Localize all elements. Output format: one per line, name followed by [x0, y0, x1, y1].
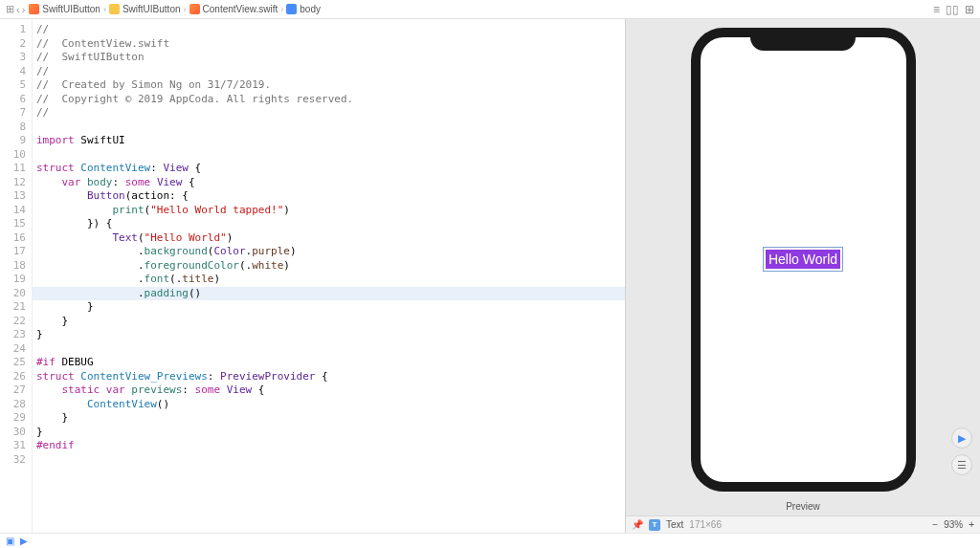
code-line[interactable]: struct ContentView_Previews: PreviewProv… [33, 370, 625, 384]
breadcrumb-label: SwiftUIButton [122, 4, 181, 14]
preview-label: Preview [626, 499, 980, 515]
element-type-label: Text [666, 519, 683, 530]
zoom-level[interactable]: 93% [944, 519, 963, 530]
code-line[interactable] [33, 453, 625, 468]
breadcrumb-label: SwiftUIButton [42, 4, 100, 14]
code-line[interactable]: #endif [33, 439, 625, 453]
code-line[interactable]: .padding() [33, 287, 625, 301]
code-editor[interactable]: 1234567891011121314151617181920212223242… [0, 19, 626, 533]
line-gutter: 1234567891011121314151617181920212223242… [0, 19, 33, 533]
breadcrumb-item[interactable]: SwiftUIButton [109, 4, 181, 14]
code-line[interactable]: // Created by Simon Ng on 31/7/2019. [33, 78, 625, 93]
code-line[interactable] [33, 342, 625, 357]
code-line[interactable]: // ContentView.swift [33, 37, 625, 52]
code-line[interactable]: } [33, 328, 625, 342]
folder-icon [109, 4, 120, 14]
code-line[interactable]: #if DEBUG [33, 356, 625, 370]
code-line[interactable]: // [33, 106, 625, 121]
pin-icon[interactable]: 📌 [632, 519, 643, 531]
code-line[interactable]: } [33, 300, 625, 315]
code-line[interactable]: // SwiftUIButton [33, 51, 625, 65]
preview-pane: Hello World ▶ ☰ Preview 📌 T Text 171×66 … [626, 19, 980, 533]
code-line[interactable] [33, 121, 625, 135]
editor-lines-icon[interactable]: ≡ [933, 3, 940, 16]
code-line[interactable]: // [33, 65, 625, 79]
code-line[interactable]: import SwiftUI [33, 134, 625, 148]
editor-columns-icon[interactable]: ▯▯ [946, 3, 959, 16]
code-area[interactable]: //// ContentView.swift// SwiftUIButton//… [33, 19, 625, 533]
code-line[interactable]: } [33, 411, 625, 426]
related-items-icon[interactable]: ⊞ [6, 3, 14, 15]
swift-icon [189, 4, 200, 14]
code-line[interactable]: // Copyright © 2019 AppCoda. All rights … [33, 93, 625, 107]
device-notch [750, 28, 856, 51]
preview-button[interactable]: Hello World [766, 250, 840, 269]
preview-flag-icon[interactable]: ▶ [20, 536, 28, 546]
breadcrumb-label: ContentView.swift [203, 4, 278, 14]
code-line[interactable]: } [33, 426, 625, 440]
nav-forward-icon[interactable]: › [22, 4, 26, 15]
code-line[interactable]: }) { [33, 217, 625, 231]
breadcrumb-item[interactable]: SwiftUIButton [29, 4, 100, 14]
preview-settings-button[interactable]: ☰ [951, 454, 972, 475]
code-line[interactable]: // [33, 23, 625, 37]
code-line[interactable]: .foregroundColor(.white) [33, 259, 625, 274]
code-line[interactable]: static var previews: some View { [33, 384, 625, 398]
editor-add-icon[interactable]: ⊞ [965, 3, 974, 16]
nav-back-icon[interactable]: ‹ [16, 4, 20, 15]
zoom-out-button[interactable]: − [932, 519, 938, 530]
text-element-chip: T [649, 519, 660, 531]
code-line[interactable]: .background(Color.purple) [33, 245, 625, 259]
breadcrumb-toolbar: ⊞ ‹ › SwiftUIButton›SwiftUIButton›Conten… [0, 0, 980, 19]
code-line[interactable]: .font(.title) [33, 273, 625, 287]
prop-icon [286, 4, 297, 14]
element-dimensions: 171×66 [689, 519, 722, 530]
code-line[interactable]: } [33, 315, 625, 329]
debug-tray-icon[interactable]: ▣ [6, 536, 14, 546]
breadcrumb-item[interactable]: body [286, 4, 321, 14]
code-line[interactable]: struct ContentView: View { [33, 162, 625, 176]
device-frame: Hello World [691, 28, 916, 492]
selection-frame[interactable]: Hello World [763, 247, 843, 272]
swift-icon [29, 4, 39, 14]
bottom-bar: ▣ ▶ [0, 533, 980, 548]
code-line[interactable] [33, 148, 625, 163]
code-line[interactable]: Text("Hello World") [33, 231, 625, 246]
breadcrumb-label: body [300, 4, 321, 14]
code-line[interactable]: var body: some View { [33, 176, 625, 190]
code-line[interactable]: print("Hello World tapped!") [33, 204, 625, 218]
code-line[interactable]: Button(action: { [33, 189, 625, 204]
breadcrumb: SwiftUIButton›SwiftUIButton›ContentView.… [29, 4, 929, 14]
code-line[interactable]: ContentView() [33, 398, 625, 412]
preview-status-bar: 📌 T Text 171×66 − 93% + [626, 515, 980, 533]
breadcrumb-item[interactable]: ContentView.swift [189, 4, 278, 14]
zoom-in-button[interactable]: + [969, 519, 974, 530]
live-preview-button[interactable]: ▶ [951, 427, 972, 449]
